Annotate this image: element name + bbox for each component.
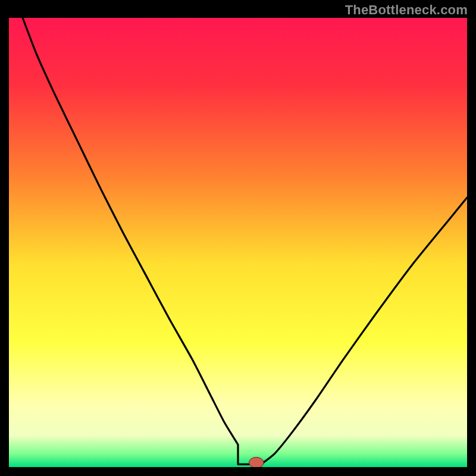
optimal-point-marker [249, 457, 264, 467]
watermark-text: TheBottleneck.com [345, 2, 468, 18]
chart-frame: TheBottleneck.com [0, 0, 476, 476]
bottleneck-chart [9, 18, 467, 467]
plot-area [9, 18, 467, 467]
gradient-background [9, 18, 467, 467]
